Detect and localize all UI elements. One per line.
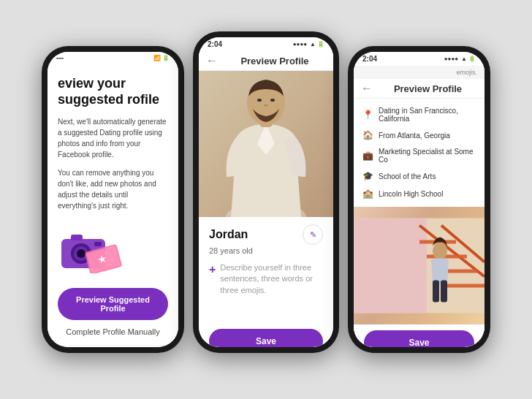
svg-rect-26 [433,281,439,303]
bio-placeholder: Describe yourself in three sentences, th… [220,262,323,296]
preview-suggested-profile-button[interactable]: Preview Suggested Profile [58,288,168,320]
list-item: 📍 Dating in San Francisco, California [354,103,484,126]
header-title-3: Preview Profile [379,83,477,94]
school-of-arts: School of the Arts [379,172,436,180]
svg-rect-4 [94,242,102,246]
profile-name: Jordan [209,228,248,241]
phone-2: 2:04 ●●●● ▲ 🔋 ← Preview Profile [193,31,339,353]
highschool-icon: 🏫 [362,189,373,199]
work-icon: 💼 [362,151,373,161]
status-time-2: 2:04 [208,40,222,48]
list-item: 🏫 Lincoln High School [354,185,484,202]
svg-point-16 [270,99,275,102]
save-button-3[interactable]: Save [364,330,474,347]
screen-3-content: emojis. ← Preview Profile 📍 Dating in Sa… [354,66,484,347]
status-time-3: 2:04 [362,55,377,63]
svg-rect-22 [427,255,467,259]
profile-photo-3 [354,207,484,324]
page-title: eview your suggested rofile [58,76,168,107]
phone-1: ▪▪▪▪ 📶 🔋 eview your suggested rofile Nex… [42,46,184,353]
add-bio-icon[interactable]: + [209,262,216,278]
school-icon: 🎓 [362,171,373,181]
preview-profile-header-3: ← Preview Profile [354,79,484,99]
profile-photo-2 [199,71,333,217]
list-item: 🏠 From Atlanta, Georgia [354,126,484,144]
back-button-3[interactable]: ← [361,82,373,95]
phone-3: 2:04 ●●●● ▲ 🔋 emojis. ← Preview Profile [348,46,490,353]
profile-age: 28 years old [209,246,323,255]
list-item: 🎓 School of the Arts [354,167,484,185]
edit-button[interactable]: ✎ [303,224,323,245]
screen-1-content: eview your suggested rofile Next, we'll … [48,64,178,345]
profile-details-list: 📍 Dating in San Francisco, California 🏠 … [354,99,484,207]
status-bar-1: ▪▪▪▪ 📶 🔋 [48,52,178,64]
save-button-2[interactable]: Save [209,329,323,347]
description-1: Next, we'll automatically generate a sug… [58,116,168,160]
back-button-2[interactable]: ← [206,54,218,67]
s3-save-row: Save [354,324,484,347]
header-title-2: Preview Profile [224,56,326,66]
dating-location: Dating in San Francisco, California [379,107,476,123]
svg-point-25 [433,243,447,260]
s3-top-bar: emojis. [354,66,484,79]
list-item: 💼 Marketing Specialist at Some Co [354,144,484,167]
svg-rect-27 [441,281,447,303]
phones-container: ▪▪▪▪ 📶 🔋 eview your suggested rofile Nex… [0,0,532,399]
hometown: From Atlanta, Georgia [379,132,450,140]
preview-profile-header-2: ← Preview Profile [199,51,333,71]
svg-rect-18 [354,218,427,314]
screen-2-content: ← Preview Profile [199,51,333,347]
profile-name-row: Jordan ✎ [209,224,323,245]
description-2: You can remove anything you don't like, … [58,167,168,211]
person-photo-svg [199,71,333,217]
profile-info-2: Jordan ✎ 28 years old + Describe yoursel… [199,217,333,329]
status-bar-2: 2:04 ●●●● ▲ 🔋 [199,37,333,51]
svg-rect-24 [441,284,484,288]
status-bar-3: 2:04 ●●●● ▲ 🔋 [354,52,484,66]
home-icon: 🏠 [362,130,373,140]
svg-rect-5 [71,235,83,240]
svg-point-3 [77,249,86,258]
location-icon: 📍 [362,110,373,120]
camera-icon: ★ [58,226,123,273]
profile-bio-row: + Describe yourself in three sentences, … [209,262,323,296]
phone-nav-1: ◁ ○ □ [48,345,178,347]
complete-profile-manually-button[interactable]: Complete Profile Manually [58,327,168,336]
high-school: Lincoln High School [379,190,443,198]
svg-point-15 [257,99,262,102]
job-title: Marketing Specialist at Some Co [379,148,476,164]
camera-graphic-area: ★ [58,226,168,273]
emojis-text: emojis. [361,69,477,76]
stairs-photo-svg [354,207,484,324]
